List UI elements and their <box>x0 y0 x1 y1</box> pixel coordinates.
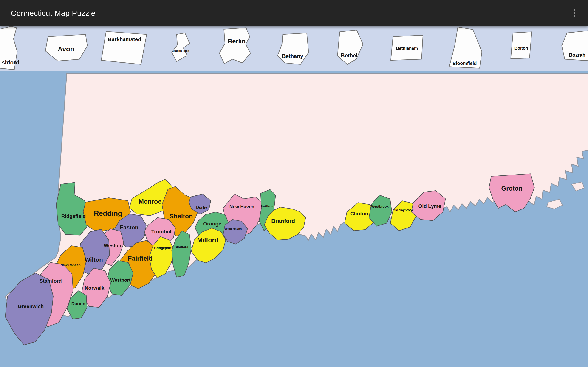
map-piece-label-stamford: Stamford <box>40 278 62 284</box>
map-piece-label-shelton: Shelton <box>170 213 193 220</box>
map-piece-label-bridgeport: Bridgeport <box>154 246 171 250</box>
map-piece-label-fairfield: Fairfield <box>128 255 153 262</box>
map-piece-label-westbrook: Westbrook <box>371 205 389 208</box>
map-piece-label-norwalk: Norwalk <box>85 285 104 291</box>
map-piece-label-orange: Orange <box>203 221 221 227</box>
map-piece-label-clinton: Clinton <box>350 211 368 217</box>
tray-piece-label-barkhamsted: Barkhamsted <box>108 36 141 42</box>
map-piece-label-trumbull: Trumbull <box>151 229 173 234</box>
tray-piece-label-bethel: Bethel <box>341 52 357 58</box>
tray-piece-berlin[interactable]: Berlin <box>219 28 251 64</box>
map-piece-label-greenwich: Greenwich <box>18 303 44 309</box>
map-piece-label-groton: Groton <box>501 185 522 192</box>
map-piece-label-wilton: Wilton <box>85 256 103 263</box>
tray-piece-label-bloomfield: Bloomfield <box>452 61 477 66</box>
tray-piece-bethlehem[interactable]: Bethlehem <box>391 35 423 60</box>
map-piece-label-west-haven: West Haven <box>225 227 242 231</box>
tray-piece-label-bethany: Bethany <box>282 53 303 59</box>
map-piece-label-easton: Easton <box>120 224 138 231</box>
map-piece-label-ridgefield: Ridgefield <box>61 213 86 219</box>
menu-dot <box>573 12 575 14</box>
tray-piece-label-bethlehem: Bethlehem <box>396 46 418 51</box>
map-piece-label-milford: Milford <box>197 236 218 244</box>
map-piece-label-old-saybrook: Old Saybrook <box>393 208 414 212</box>
tray-piece-barkhamsted[interactable]: Barkhamsted <box>101 31 147 65</box>
tray-piece-label-ashford: shford <box>2 59 19 66</box>
map-piece-label-darien: Darien <box>71 301 86 306</box>
overflow-menu-icon[interactable] <box>571 6 578 20</box>
tray-piece-label-bozrah: Bozrah <box>569 52 586 58</box>
map-piece-label-new-canaan: New Canaan <box>61 263 80 267</box>
map-piece-label-redding: Redding <box>94 209 122 217</box>
tray-piece-bolton[interactable]: Bolton <box>511 32 532 59</box>
map-piece-label-derby: Derby <box>196 205 208 210</box>
menu-dot <box>573 9 575 11</box>
piece-tray: shfordAvonBarkhamstedBeacon FallsBerlinB… <box>0 26 588 71</box>
tray-piece-label-avon: Avon <box>58 45 74 53</box>
map-piece-label-weston: Weston <box>104 243 121 248</box>
map-piece-label-old-lyme: Old Lyme <box>418 203 441 209</box>
map-piece-label-east-haven: East Haven <box>261 205 273 207</box>
map-piece-label-stratford: Stratford <box>175 245 188 249</box>
map-piece-label-westport: Westport <box>110 277 130 283</box>
map-piece-label-new-haven: New Haven <box>229 204 254 209</box>
tray-piece-shape-berlin <box>219 28 251 64</box>
app-window: Connecticut Map Puzzle shfordAvonBarkham… <box>0 0 588 367</box>
map-piece-label-branford: Branford <box>271 218 295 224</box>
tray-piece-label-berlin: Berlin <box>228 38 246 45</box>
menu-dot <box>573 15 575 17</box>
map-piece-label-monroe: Monroe <box>138 198 162 205</box>
app-title: Connecticut Map Puzzle <box>0 9 95 18</box>
map-area: RidgefieldReddingMonroeSheltonDerbyNew H… <box>0 71 588 367</box>
app-bar: Connecticut Map Puzzle <box>0 0 588 26</box>
tray-piece-label-beacon-falls: Beacon Falls <box>172 49 189 52</box>
tray-piece-label-bolton: Bolton <box>515 46 528 50</box>
